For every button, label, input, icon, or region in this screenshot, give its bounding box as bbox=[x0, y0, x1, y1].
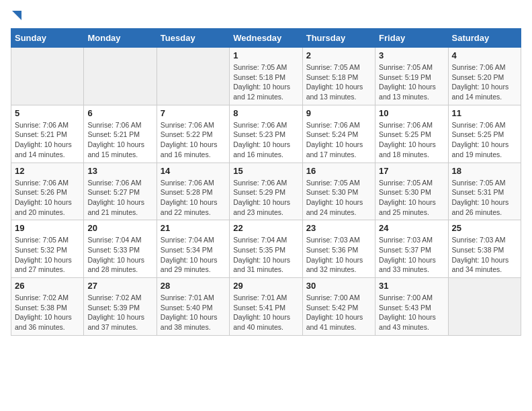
calendar-cell bbox=[157, 48, 229, 105]
day-number: 24 bbox=[379, 223, 444, 233]
logo bbox=[11, 11, 21, 20]
weekday-header-row: SundayMondayTuesdayWednesdayThursdayFrid… bbox=[11, 29, 521, 48]
day-info: Sunrise: 7:04 AM Sunset: 5:35 PM Dayligh… bbox=[233, 235, 298, 275]
day-number: 11 bbox=[452, 108, 517, 118]
calendar-cell bbox=[84, 48, 157, 105]
day-number: 8 bbox=[233, 108, 298, 118]
calendar-cell bbox=[11, 48, 84, 105]
day-info: Sunrise: 7:06 AM Sunset: 5:24 PM Dayligh… bbox=[306, 120, 371, 160]
calendar-cell: 10Sunrise: 7:06 AM Sunset: 5:25 PM Dayli… bbox=[375, 105, 448, 163]
calendar-cell: 28Sunrise: 7:01 AM Sunset: 5:40 PM Dayli… bbox=[157, 278, 229, 336]
day-info: Sunrise: 7:05 AM Sunset: 5:19 PM Dayligh… bbox=[379, 62, 444, 102]
day-number: 25 bbox=[452, 223, 517, 233]
calendar-cell: 24Sunrise: 7:03 AM Sunset: 5:37 PM Dayli… bbox=[375, 220, 448, 278]
day-number: 4 bbox=[452, 50, 517, 60]
week-row-5: 26Sunrise: 7:02 AM Sunset: 5:38 PM Dayli… bbox=[11, 278, 521, 336]
calendar-cell: 13Sunrise: 7:06 AM Sunset: 5:27 PM Dayli… bbox=[84, 163, 157, 220]
calendar-cell: 16Sunrise: 7:05 AM Sunset: 5:30 PM Dayli… bbox=[302, 163, 375, 220]
day-number: 26 bbox=[15, 281, 80, 291]
calendar-cell: 8Sunrise: 7:06 AM Sunset: 5:23 PM Daylig… bbox=[230, 105, 302, 163]
calendar-cell: 1Sunrise: 7:05 AM Sunset: 5:18 PM Daylig… bbox=[230, 48, 302, 105]
day-number: 31 bbox=[379, 281, 444, 291]
weekday-header-sunday: Sunday bbox=[11, 29, 84, 48]
day-info: Sunrise: 7:05 AM Sunset: 5:18 PM Dayligh… bbox=[233, 62, 298, 102]
calendar-cell: 19Sunrise: 7:05 AM Sunset: 5:32 PM Dayli… bbox=[11, 220, 84, 278]
day-info: Sunrise: 7:01 AM Sunset: 5:40 PM Dayligh… bbox=[161, 293, 226, 332]
week-row-2: 5Sunrise: 7:06 AM Sunset: 5:21 PM Daylig… bbox=[11, 105, 521, 163]
day-number: 3 bbox=[379, 50, 444, 60]
day-number: 18 bbox=[452, 166, 517, 176]
calendar-cell: 25Sunrise: 7:03 AM Sunset: 5:38 PM Dayli… bbox=[448, 220, 521, 278]
day-info: Sunrise: 7:02 AM Sunset: 5:38 PM Dayligh… bbox=[15, 293, 80, 332]
calendar-cell: 18Sunrise: 7:05 AM Sunset: 5:31 PM Dayli… bbox=[448, 163, 521, 220]
calendar-cell: 9Sunrise: 7:06 AM Sunset: 5:24 PM Daylig… bbox=[302, 105, 375, 163]
calendar-cell: 2Sunrise: 7:05 AM Sunset: 5:18 PM Daylig… bbox=[302, 48, 375, 105]
day-info: Sunrise: 7:00 AM Sunset: 5:42 PM Dayligh… bbox=[306, 293, 371, 332]
day-number: 21 bbox=[161, 223, 226, 233]
day-info: Sunrise: 7:06 AM Sunset: 5:21 PM Dayligh… bbox=[15, 120, 80, 160]
day-info: Sunrise: 7:05 AM Sunset: 5:31 PM Dayligh… bbox=[452, 178, 517, 218]
calendar-cell bbox=[448, 278, 521, 336]
weekday-header-wednesday: Wednesday bbox=[230, 29, 302, 48]
day-info: Sunrise: 7:05 AM Sunset: 5:30 PM Dayligh… bbox=[306, 178, 371, 218]
day-number: 20 bbox=[87, 223, 152, 233]
day-info: Sunrise: 7:05 AM Sunset: 5:18 PM Dayligh… bbox=[306, 62, 371, 102]
week-row-1: 1Sunrise: 7:05 AM Sunset: 5:18 PM Daylig… bbox=[11, 48, 521, 105]
week-row-4: 19Sunrise: 7:05 AM Sunset: 5:32 PM Dayli… bbox=[11, 220, 521, 278]
day-number: 6 bbox=[87, 108, 152, 118]
day-number: 23 bbox=[306, 223, 371, 233]
day-number: 30 bbox=[306, 281, 371, 291]
day-info: Sunrise: 7:04 AM Sunset: 5:34 PM Dayligh… bbox=[161, 235, 226, 275]
day-number: 16 bbox=[306, 166, 371, 176]
day-number: 12 bbox=[15, 166, 80, 176]
day-number: 9 bbox=[306, 108, 371, 118]
day-number: 22 bbox=[233, 223, 298, 233]
day-number: 28 bbox=[161, 281, 226, 291]
calendar-cell: 5Sunrise: 7:06 AM Sunset: 5:21 PM Daylig… bbox=[11, 105, 84, 163]
weekday-header-tuesday: Tuesday bbox=[157, 29, 229, 48]
calendar-cell: 14Sunrise: 7:06 AM Sunset: 5:28 PM Dayli… bbox=[157, 163, 229, 220]
day-number: 29 bbox=[233, 281, 298, 291]
day-info: Sunrise: 7:06 AM Sunset: 5:29 PM Dayligh… bbox=[233, 178, 298, 218]
day-number: 7 bbox=[161, 108, 226, 118]
day-info: Sunrise: 7:05 AM Sunset: 5:32 PM Dayligh… bbox=[15, 235, 80, 275]
day-info: Sunrise: 7:06 AM Sunset: 5:20 PM Dayligh… bbox=[452, 62, 517, 102]
weekday-header-saturday: Saturday bbox=[448, 29, 521, 48]
calendar-cell: 17Sunrise: 7:05 AM Sunset: 5:30 PM Dayli… bbox=[375, 163, 448, 220]
day-info: Sunrise: 7:06 AM Sunset: 5:26 PM Dayligh… bbox=[15, 178, 80, 218]
day-info: Sunrise: 7:06 AM Sunset: 5:22 PM Dayligh… bbox=[161, 120, 226, 160]
day-number: 10 bbox=[379, 108, 444, 118]
day-number: 2 bbox=[306, 50, 371, 60]
weekday-header-monday: Monday bbox=[84, 29, 157, 48]
weekday-header-thursday: Thursday bbox=[302, 29, 375, 48]
calendar-cell: 6Sunrise: 7:06 AM Sunset: 5:21 PM Daylig… bbox=[84, 105, 157, 163]
day-info: Sunrise: 7:06 AM Sunset: 5:27 PM Dayligh… bbox=[87, 178, 152, 218]
day-number: 5 bbox=[15, 108, 80, 118]
calendar-table: SundayMondayTuesdayWednesdayThursdayFrid… bbox=[11, 28, 521, 336]
day-info: Sunrise: 7:02 AM Sunset: 5:39 PM Dayligh… bbox=[87, 293, 152, 332]
day-number: 15 bbox=[233, 166, 298, 176]
calendar-cell: 29Sunrise: 7:01 AM Sunset: 5:41 PM Dayli… bbox=[230, 278, 302, 336]
day-info: Sunrise: 7:06 AM Sunset: 5:25 PM Dayligh… bbox=[379, 120, 444, 160]
calendar-cell: 11Sunrise: 7:06 AM Sunset: 5:25 PM Dayli… bbox=[448, 105, 521, 163]
header bbox=[11, 11, 521, 20]
calendar-cell: 4Sunrise: 7:06 AM Sunset: 5:20 PM Daylig… bbox=[448, 48, 521, 105]
day-number: 14 bbox=[161, 166, 226, 176]
calendar-cell: 23Sunrise: 7:03 AM Sunset: 5:36 PM Dayli… bbox=[302, 220, 375, 278]
calendar-cell: 3Sunrise: 7:05 AM Sunset: 5:19 PM Daylig… bbox=[375, 48, 448, 105]
day-number: 17 bbox=[379, 166, 444, 176]
week-row-3: 12Sunrise: 7:06 AM Sunset: 5:26 PM Dayli… bbox=[11, 163, 521, 220]
weekday-header-friday: Friday bbox=[375, 29, 448, 48]
day-info: Sunrise: 7:06 AM Sunset: 5:21 PM Dayligh… bbox=[87, 120, 152, 160]
calendar-cell: 12Sunrise: 7:06 AM Sunset: 5:26 PM Dayli… bbox=[11, 163, 84, 220]
day-info: Sunrise: 7:05 AM Sunset: 5:30 PM Dayligh… bbox=[379, 178, 444, 218]
calendar-cell: 22Sunrise: 7:04 AM Sunset: 5:35 PM Dayli… bbox=[230, 220, 302, 278]
day-number: 13 bbox=[87, 166, 152, 176]
day-info: Sunrise: 7:06 AM Sunset: 5:23 PM Dayligh… bbox=[233, 120, 298, 160]
calendar-cell: 20Sunrise: 7:04 AM Sunset: 5:33 PM Dayli… bbox=[84, 220, 157, 278]
day-info: Sunrise: 7:00 AM Sunset: 5:43 PM Dayligh… bbox=[379, 293, 444, 332]
calendar-cell: 21Sunrise: 7:04 AM Sunset: 5:34 PM Dayli… bbox=[157, 220, 229, 278]
day-number: 1 bbox=[233, 50, 298, 60]
calendar-cell: 31Sunrise: 7:00 AM Sunset: 5:43 PM Dayli… bbox=[375, 278, 448, 336]
day-info: Sunrise: 7:06 AM Sunset: 5:28 PM Dayligh… bbox=[161, 178, 226, 218]
